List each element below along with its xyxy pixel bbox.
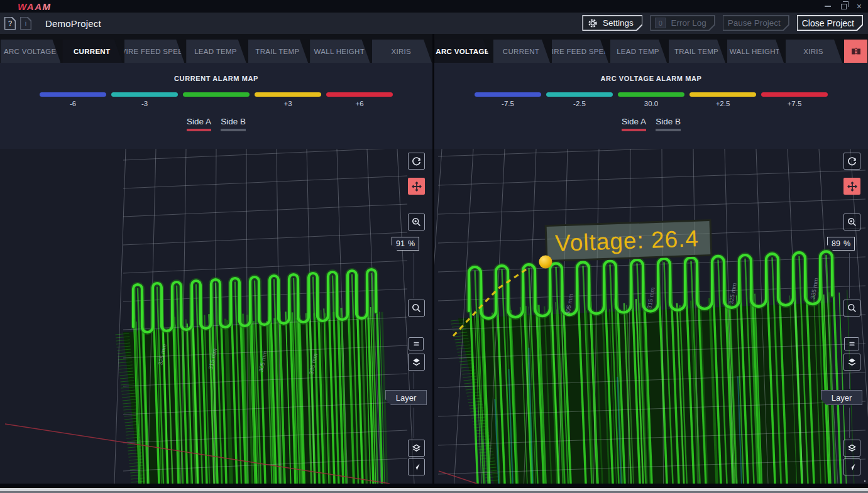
equals-icon [847, 339, 857, 349]
layer-slider[interactable] [414, 372, 414, 389]
logo-text: WAAM [18, 1, 52, 12]
alarm-segment: -3 [111, 92, 178, 109]
layers-tool-button[interactable] [843, 354, 860, 371]
tab-wire-feed-speed[interactable]: WIRE FEED SPEED [552, 40, 608, 63]
pan-tool-button[interactable] [408, 178, 425, 195]
split-view-button[interactable] [844, 40, 867, 63]
tab-wire-feed-speed[interactable]: WIRE FEED SPEED [124, 40, 184, 63]
tab-current[interactable]: CURRENT [493, 40, 550, 63]
layer-slider[interactable] [414, 408, 414, 438]
tab-wall-height[interactable]: WALL HEIGHT [310, 40, 370, 63]
zoom-in-icon [847, 217, 857, 227]
alarm-map-title: ARC VOLTAGE ALARM MAP [434, 75, 868, 82]
zoom-in-tool-button[interactable] [843, 214, 860, 230]
info-button[interactable]: i [20, 17, 31, 30]
settings-label: Settings [603, 18, 634, 28]
equals-icon [412, 339, 421, 349]
alarm-segment: -7.5 [475, 92, 541, 109]
pointer-icon [411, 462, 422, 472]
rotate-tool-button[interactable] [408, 153, 425, 170]
alarm-segment: +6 [326, 92, 393, 109]
side-b-tab[interactable]: Side B [656, 117, 681, 134]
navigate-tool-button[interactable] [408, 458, 425, 475]
zoom-out-tool-button[interactable] [408, 300, 425, 317]
layer-stack-button[interactable] [408, 440, 425, 457]
layers-tool-button[interactable] [408, 354, 425, 371]
3d-viewport-left[interactable]: 325 mm 315 mm 305 mm 335 mm [0, 149, 432, 484]
pause-project-label: Pause Project [728, 18, 781, 28]
rotate-icon [411, 156, 422, 166]
side-a-tab[interactable]: Side A [622, 117, 646, 134]
layers-outline-icon [411, 443, 422, 453]
zoom-percent-box[interactable]: 91% [392, 237, 419, 251]
pointer-icon [847, 462, 857, 472]
app-logo: WAAM [17, 0, 58, 13]
zoom-slider[interactable] [849, 253, 850, 298]
3d-viewport-right[interactable]: 305 mm 315 mm 325 mm 335 mm Voltage: 26.… [434, 149, 868, 484]
pan-tool-button[interactable] [843, 178, 860, 195]
alarm-map-scale: -6 -3 +3 +6 [40, 92, 393, 109]
equalize-tool-button[interactable] [844, 337, 859, 350]
probe-marker-sphere [539, 256, 552, 269]
right-signal-panel: ARC VOLTAGE CURRENT WIRE FEED SPEED LEAD… [434, 34, 868, 484]
rotate-tool-button[interactable] [843, 153, 860, 170]
zoom-in-icon [411, 217, 422, 227]
alarm-segment: -6 [40, 92, 106, 109]
project-bar: ? i DemoProject Settings 0 [0, 13, 868, 34]
gear-icon [588, 18, 598, 28]
navigate-tool-button[interactable] [843, 458, 860, 475]
alarm-segment: 30.0 [618, 92, 684, 109]
restore-icon[interactable] [841, 4, 847, 9]
alarm-map-scale: -7.5 -2.5 30.0 +2.5 [475, 92, 828, 109]
error-count-badge: 0 [655, 18, 666, 28]
help-button[interactable]: ? [4, 17, 16, 30]
tab-lead-temp[interactable]: LEAD TEMP [610, 40, 667, 63]
pan-icon [847, 181, 858, 192]
layer-slider[interactable] [849, 408, 850, 438]
magnifier-icon [411, 303, 422, 313]
layers-icon [411, 357, 422, 367]
close-project-button[interactable]: Close Project [797, 15, 863, 31]
equalize-tool-button[interactable] [409, 337, 424, 350]
tab-trail-temp[interactable]: TRAIL TEMP [248, 40, 308, 63]
alarm-map-section: ARC VOLTAGE ALARM MAP -7.5 -2.5 30.0 [434, 63, 868, 149]
layers-outline-icon [847, 443, 857, 453]
tab-current[interactable]: CURRENT [62, 40, 122, 63]
alarm-segment: +3 [255, 92, 321, 109]
close-project-label: Close Project [802, 18, 854, 28]
zoom-in-tool-button[interactable] [408, 214, 425, 230]
alarm-segment: +7.5 [761, 92, 828, 109]
split-view-icon [850, 46, 862, 57]
ruler-label: 315 mm [646, 287, 656, 310]
error-log-button[interactable]: 0 Error Log [650, 15, 715, 31]
zoom-slider[interactable] [414, 253, 414, 298]
right-signal-tabs: ARC VOLTAGE CURRENT WIRE FEED SPEED LEAD… [434, 40, 868, 63]
tab-trail-temp[interactable]: TRAIL TEMP [669, 40, 725, 63]
side-a-tab[interactable]: Side A [187, 117, 211, 134]
alarm-segment: +2.5 [689, 92, 756, 109]
settings-button[interactable]: Settings [582, 15, 642, 31]
layers-icon [847, 357, 857, 367]
zoom-out-tool-button[interactable] [843, 300, 860, 317]
zoom-percent-box[interactable]: 89% [827, 237, 855, 251]
pan-icon [411, 181, 422, 192]
layer-label: Layer [385, 390, 427, 405]
tab-arc-voltage[interactable]: ARC VOLTAGE [1, 40, 60, 63]
tab-xiris[interactable]: XIRIS [786, 40, 842, 63]
side-b-tab[interactable]: Side B [221, 117, 246, 134]
tab-lead-temp[interactable]: LEAD TEMP [186, 40, 246, 63]
minimize-icon[interactable] [825, 6, 831, 7]
tab-arc-voltage[interactable]: ARC VOLTAGE [435, 40, 492, 63]
close-icon[interactable]: × [857, 2, 862, 11]
layer-slider[interactable] [849, 372, 850, 389]
pause-project-button[interactable]: Pause Project [723, 15, 789, 31]
alarm-map-title: CURRENT ALARM MAP [0, 75, 432, 82]
tab-xiris[interactable]: XIRIS [372, 40, 432, 63]
tab-wall-height[interactable]: WALL HEIGHT [727, 40, 784, 63]
layer-stack-button[interactable] [843, 440, 860, 457]
side-tabs: Side A Side B [434, 117, 868, 134]
left-signal-tabs: ARC VOLTAGE CURRENT WIRE FEED SPEED LEAD… [0, 40, 432, 63]
rotate-icon [847, 156, 857, 166]
alarm-segment: -2.5 [546, 92, 613, 109]
probe-tooltip-text: Voltage: 26.4 [554, 225, 699, 256]
